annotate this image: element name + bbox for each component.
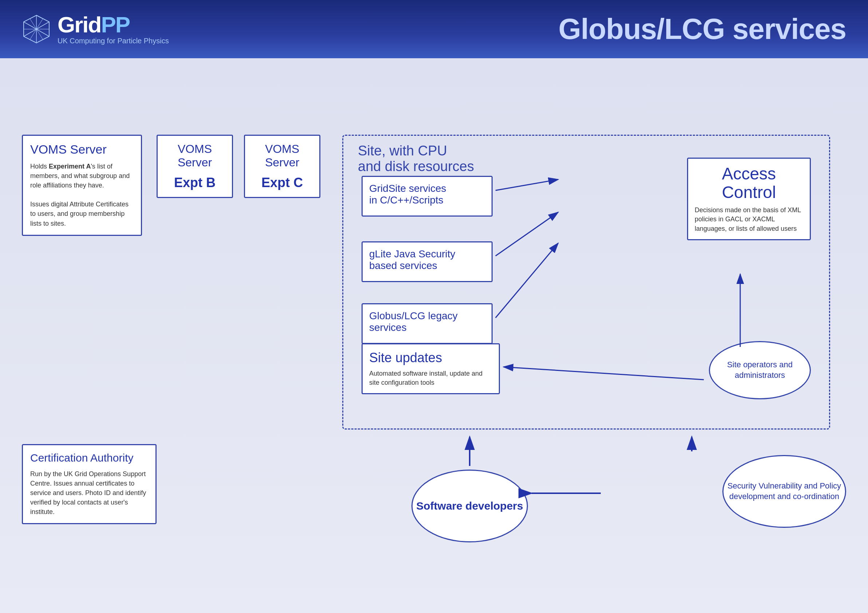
logo-grid: Grid [57, 12, 101, 37]
voms-c-expt: Expt C [252, 175, 312, 190]
site-dashed-box: Site, with CPUand disk resources GridSit… [342, 135, 830, 430]
site-arrows-svg [343, 136, 829, 429]
page-title: Globus/LCG services [558, 12, 846, 46]
gridpp-logo-icon [22, 15, 51, 44]
voms-a-text2: Issues digital Attribute Certificates to… [30, 201, 129, 227]
svg-line-10 [496, 243, 558, 318]
voms-a-title: VOMS Server [30, 142, 133, 156]
voms-c-title: VOMSServer [252, 142, 312, 169]
logo-pp: PP [101, 12, 130, 37]
logo-subtitle: UK Computing for Particle Physics [57, 37, 169, 45]
svg-line-9 [496, 212, 558, 256]
cert-auth-title: Certification Authority [30, 452, 148, 464]
voms-b-title: VOMSServer [165, 142, 225, 169]
voms-b-expt: Expt B [165, 175, 225, 190]
logo-block: GridPP UK Computing for Particle Physics [22, 14, 169, 45]
content-area: VOMS Server Holds Experiment A's list of… [0, 58, 868, 613]
software-devs-ellipse: Software developers [411, 470, 528, 542]
cert-auth-box: Certification Authority Run by the UK Gr… [22, 444, 157, 524]
logo-text: GridPP UK Computing for Particle Physics [57, 14, 169, 45]
voms-server-a-box: VOMS Server Holds Experiment A's list of… [22, 135, 142, 236]
security-text: Security Vulnerability and Policy develo… [724, 478, 845, 505]
software-devs-text: Software developers [412, 495, 527, 517]
cert-auth-body: Run by the UK Grid Operations Support Ce… [30, 469, 148, 517]
svg-line-11 [504, 367, 704, 380]
header: GridPP UK Computing for Particle Physics… [0, 0, 868, 58]
svg-line-8 [496, 180, 558, 190]
voms-server-c-box: VOMSServer Expt C [244, 135, 321, 198]
voms-a-body: Holds Experiment A's list of members, an… [30, 162, 133, 228]
voms-a-text1: Holds Experiment A's list of members, an… [30, 163, 130, 189]
logo-name: GridPP [57, 14, 169, 36]
voms-server-b-box: VOMSServer Expt B [157, 135, 233, 198]
security-ellipse: Security Vulnerability and Policy develo… [722, 455, 846, 528]
